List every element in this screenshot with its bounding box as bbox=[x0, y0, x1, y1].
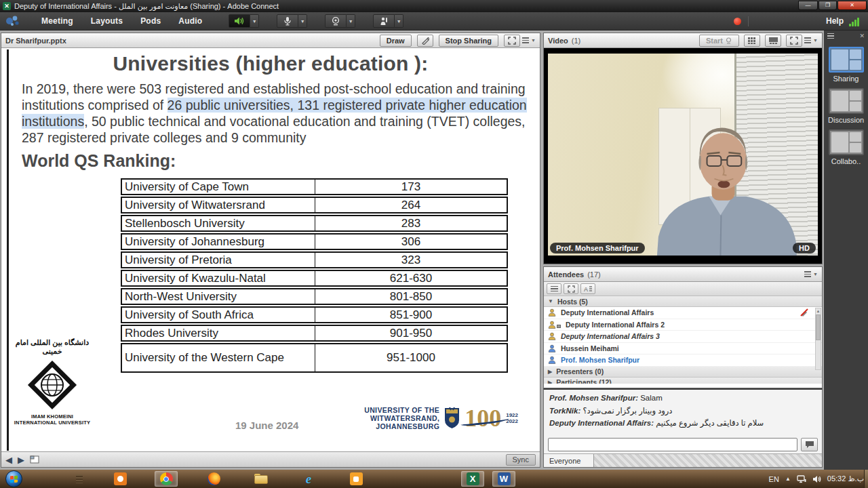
attendee-row[interactable]: Deputy International Affairs bbox=[544, 307, 822, 319]
chat-message: TorkNik: درود وبینار برگزار نمی‌شود؟ bbox=[549, 406, 816, 415]
stop-sharing-button[interactable]: Stop Sharing bbox=[439, 35, 498, 47]
grid-view-button[interactable] bbox=[744, 35, 760, 47]
menu-meeting[interactable]: Meeting bbox=[33, 16, 82, 26]
hidden-icons-arrow[interactable]: ▲ bbox=[785, 476, 791, 482]
chat-send-button[interactable] bbox=[801, 438, 818, 451]
close-button[interactable]: ✕ bbox=[837, 1, 867, 10]
raise-hand-button[interactable] bbox=[373, 14, 395, 28]
raise-hand-icon bbox=[379, 16, 389, 26]
attendee-row[interactable]: Prof. Mohsen Sharifpur bbox=[544, 354, 822, 367]
layout-item-collabo[interactable]: Collabo.. bbox=[828, 129, 864, 165]
attendee-row[interactable]: Hussein Meihami bbox=[544, 343, 822, 355]
firefox-icon[interactable] bbox=[202, 471, 225, 487]
attendee-name: Prof. Mohsen Sharifpur bbox=[561, 356, 639, 364]
pod-options-icon[interactable] bbox=[522, 36, 529, 45]
menu-help[interactable]: Help bbox=[826, 12, 844, 30]
rank-cell: 951-1000 bbox=[315, 343, 508, 373]
previous-slide-button[interactable]: ◀ bbox=[5, 455, 12, 465]
start-webcam-button[interactable]: Start bbox=[699, 35, 739, 47]
show-desktop-button[interactable] bbox=[864, 470, 868, 488]
share-pod-header: Dr Sharifpur.pptx Draw Stop Sharing ▼ bbox=[1, 33, 540, 48]
speaker-button[interactable] bbox=[229, 14, 250, 28]
menu-pods[interactable]: Pods bbox=[132, 16, 170, 26]
raise-hand-dropdown[interactable]: ▼ bbox=[395, 14, 403, 28]
qs-table-row: Rhodes University901-950 bbox=[121, 325, 508, 342]
layout-items: SharingDiscussionCollabo.. bbox=[824, 47, 868, 165]
language-indicator[interactable]: EN bbox=[769, 475, 779, 483]
pointer-tool-button[interactable] bbox=[417, 35, 433, 47]
show-sidebar-button[interactable] bbox=[30, 455, 39, 464]
media-player-icon[interactable] bbox=[108, 471, 132, 487]
qs-table-row: North-West University801-850 bbox=[121, 288, 508, 305]
clock[interactable]: 05:32 ب.ظ bbox=[827, 474, 864, 483]
pdf-app-icon[interactable] bbox=[344, 471, 368, 487]
chat-sender: Prof. Mohsen Sharifpur: bbox=[549, 394, 638, 402]
connection-status-icon[interactable] bbox=[849, 16, 859, 26]
webcam-dropdown[interactable]: ▼ bbox=[347, 14, 355, 28]
microphone-dropdown[interactable]: ▼ bbox=[298, 14, 307, 28]
attendee-person-icon bbox=[548, 356, 556, 364]
ikiu-logo: دانشگاه بین المللی امام خمینی IMAM KHOME… bbox=[11, 338, 94, 426]
attendees-pod-options-icon[interactable] bbox=[804, 270, 811, 279]
file-explorer-icon[interactable] bbox=[250, 471, 273, 487]
ikiu-calligraphy: دانشگاه بین المللی امام خمینی bbox=[11, 338, 94, 356]
connect-logo-icon bbox=[3, 14, 26, 28]
microphone-button[interactable] bbox=[277, 14, 298, 28]
video-pod-options-icon[interactable] bbox=[804, 36, 811, 45]
excel-icon[interactable]: X bbox=[461, 471, 484, 487]
layout-item-sharing[interactable]: Sharing bbox=[828, 47, 864, 83]
attendee-list: ▼Hosts (5) Deputy International Affairs … bbox=[544, 296, 822, 388]
attendee-status-view-button[interactable]: A bbox=[580, 283, 595, 294]
maximize-button[interactable]: ❐ bbox=[818, 1, 837, 10]
university-cell: University of Pretoria bbox=[121, 251, 315, 268]
attendee-group-presenters[interactable]: ▶Presenters (0) bbox=[544, 367, 822, 378]
attendees-scrollbar[interactable]: ▲ bbox=[815, 308, 821, 370]
internet-explorer-icon[interactable]: e bbox=[297, 471, 320, 487]
next-slide-button[interactable]: ▶ bbox=[18, 455, 24, 465]
chat-tab-everyone[interactable]: Everyone bbox=[544, 454, 594, 467]
webcam-button[interactable] bbox=[325, 14, 347, 28]
chat-text: درود وبینار برگزار نمی‌شود؟ bbox=[583, 407, 672, 415]
menubar-divider bbox=[748, 16, 749, 26]
layout-label: Collabo.. bbox=[828, 157, 864, 165]
chat-text: سلام تا دقایقی دیگر شروع میکنیم bbox=[656, 419, 764, 427]
video-feed[interactable]: Prof. Mohsen Sharifpur HD bbox=[544, 48, 822, 264]
qs-ranking-table: University of Cape Town173University of … bbox=[121, 177, 508, 374]
menu-layouts[interactable]: Layouts bbox=[82, 16, 132, 26]
app-icon: ✕ bbox=[3, 2, 11, 10]
start-button[interactable] bbox=[5, 470, 22, 487]
pod-options-caret-icon: ▼ bbox=[531, 38, 536, 43]
filmstrip-view-button[interactable] bbox=[765, 35, 781, 47]
fullscreen-button[interactable] bbox=[504, 35, 520, 47]
breakout-view-button[interactable] bbox=[564, 283, 578, 294]
shared-document-title: Dr Sharifpur.pptx bbox=[5, 37, 66, 45]
layouts-close-icon[interactable]: ✕ bbox=[859, 33, 865, 39]
menu-audio[interactable]: Audio bbox=[170, 16, 211, 26]
layout-item-discussion[interactable]: Discussion bbox=[828, 88, 864, 124]
network-icon[interactable] bbox=[797, 475, 806, 483]
window-titlebar[interactable]: ✕ Deputy of International Affairs - معاو… bbox=[0, 0, 868, 12]
minimize-button[interactable]: — bbox=[798, 1, 818, 10]
attendee-name: Deputy International Affairs 3 bbox=[561, 332, 660, 340]
attendee-group-hosts[interactable]: ▼Hosts (5) bbox=[544, 296, 822, 307]
chat-message: Prof. Mohsen Sharifpur: Salam bbox=[549, 393, 816, 403]
volume-icon[interactable] bbox=[812, 475, 821, 483]
sync-button[interactable]: Sync bbox=[506, 454, 536, 466]
attendee-row[interactable]: Deputy International Affairs 3 bbox=[544, 331, 822, 343]
attendee-name: Deputy International Affairs 2 bbox=[566, 321, 665, 329]
layouts-options-icon[interactable] bbox=[827, 32, 834, 41]
draw-button[interactable]: Draw bbox=[380, 35, 412, 47]
qs-table-row: University of Johannesburg306 bbox=[121, 233, 508, 250]
chrome-icon[interactable] bbox=[155, 471, 178, 487]
slide-canvas[interactable]: Universities (higher education ): In 201… bbox=[1, 48, 540, 451]
attendee-group-participants[interactable]: ▶Participants (12) bbox=[544, 378, 822, 384]
attendee-list-view-button[interactable] bbox=[547, 283, 561, 294]
university-cell: University of South Africa bbox=[121, 306, 315, 323]
attendee-row[interactable]: Deputy International Affairs 2 bbox=[544, 319, 822, 331]
rank-cell: 264 bbox=[315, 197, 508, 214]
chat-input[interactable] bbox=[548, 438, 797, 451]
word-icon[interactable]: W bbox=[492, 471, 515, 487]
video-fullscreen-button[interactable] bbox=[786, 35, 802, 47]
layout-thumbnail bbox=[829, 129, 864, 155]
speaker-dropdown[interactable]: ▼ bbox=[250, 14, 259, 28]
